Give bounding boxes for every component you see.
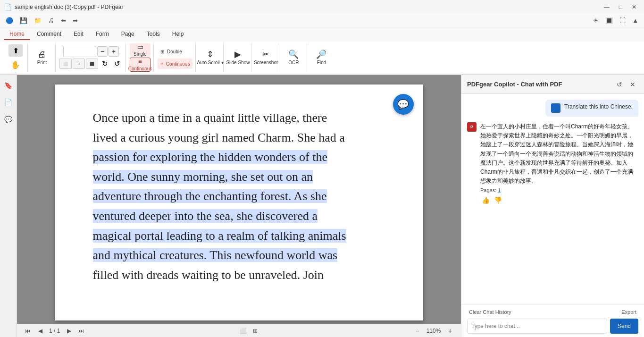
double-button[interactable]: ⊞ Double [158,46,185,57]
fit-page-button[interactable]: ⬜ [59,59,72,69]
pdf-line-3-highlight: passion for exploring the hidden wonders… [93,150,328,164]
layout-group: ▭ Single ≡ Continuous [127,43,154,72]
ocr-label: OCR [288,60,299,65]
ocr-button[interactable]: 🔍 OCR [283,44,304,71]
zoom-out-button[interactable]: − [97,46,108,57]
export-button[interactable]: Export [619,308,638,316]
pdf-line-6-highlight: ventured deeper into the sea, she discov… [93,209,318,223]
first-page-button[interactable]: ⏮ [23,326,33,336]
ai-response-text: 在一个宜人的小村庄里，住着一个叫Charm的好奇年轻女孩。她热爱于探索世界上隐藏… [480,122,638,185]
single-icon: ▭ [137,43,143,50]
rotate-ccw-button[interactable]: ↺ [111,58,123,69]
print-label: Print [37,60,47,65]
thumbs-up-button[interactable]: 👍 [480,195,491,205]
fit-width-nav-button[interactable]: ⊞ [250,326,260,336]
cursor-group: ⬆ ✋ [4,43,28,72]
slideshow-icon: ▶ [234,50,241,59]
pdf-line-7-highlight: magical portal leading to a realm of tal… [93,229,346,243]
chat-fab-button[interactable]: 💬 [393,94,414,115]
undo-button[interactable]: ⬅ [59,16,68,25]
pdf-line-8-highlight: and mythical creatures. This newfound wo… [93,248,338,262]
autoscroll-icon: ⇕ [207,50,214,59]
ocr-group: 🔍 OCR [280,43,307,72]
zoom-controls: − 110% + [412,326,455,336]
chat-footer: Clear Chat History Export Send [461,304,644,337]
logo-button[interactable]: 🔵 [4,16,15,25]
zoom-level-display: 110% [424,328,443,334]
next-page-button[interactable]: ▶ [64,326,74,336]
chat-ai-message: P 在一个宜人的小村庄里，住着一个叫Charm的好奇年轻女孩。她热爱于探索世界上… [467,122,638,205]
save-button[interactable]: 💾 [18,16,29,25]
fit-width-button[interactable]: ↔ [73,59,85,69]
chat-refresh-button[interactable]: ↺ [614,79,625,90]
fit-button[interactable]: 🔳 [603,16,615,25]
pdf-text-content[interactable]: Once upon a time in a quaint little vill… [93,108,385,285]
maximize-button[interactable]: □ [615,3,626,11]
fullscreen-button[interactable]: ⛶ [618,16,627,25]
find-button[interactable]: 🔎 Find [311,44,332,71]
pan-cursor-button[interactable]: ✋ [8,59,23,71]
double-label: Double [167,49,182,54]
ai-content: 在一个宜人的小村庄里，住着一个叫Charm的好奇年轻女孩。她热爱于探索世界上隐藏… [480,122,638,205]
sidebar-comments-button[interactable]: 💬 [2,113,15,126]
tab-home[interactable]: Home [4,29,30,40]
zoom-input[interactable]: 110% [63,46,96,57]
actual-size-button[interactable]: ⬛ [86,59,98,69]
sidebar-thumbnail-button[interactable]: 📄 [2,96,15,109]
redo-button[interactable]: ➡ [71,16,80,25]
send-button[interactable]: Send [610,319,638,334]
page-link[interactable]: 1 [498,187,501,193]
zoom-in-nav-button[interactable]: + [445,326,455,336]
chat-close-button[interactable]: ✕ [627,79,638,90]
slideshow-button[interactable]: ▶ Slide Show [227,44,248,71]
find-icon: 🔎 [316,50,326,59]
page-indicator: 1 / 1 [49,328,60,334]
find-label: Find [317,60,326,65]
print-icon: 🖨 [38,50,46,59]
pages-label: Pages: [480,187,496,193]
print-quick-button[interactable]: 🖨 [46,16,56,25]
menu-tabs: Home Comment Edit Form Page Tools Help [0,27,644,42]
zoom-group: 110% − + ⬜ ↔ ⬛ ↻ ↺ [57,43,126,72]
tab-tools[interactable]: Tools [141,29,166,40]
titlebar-left: 📄 sample english doc (3)-Copy.pdf - PDFg… [4,3,124,11]
single-page-button[interactable]: ▭ Single [130,43,151,57]
close-button[interactable]: ✕ [628,3,640,11]
collapse-button[interactable]: ▲ [630,16,640,25]
brightness-button[interactable]: ☀ [591,16,601,25]
tab-edit[interactable]: Edit [68,29,89,40]
navigation-controls: ⏮ ◀ 1 / 1 ▶ ⏭ [23,326,86,336]
pdf-viewer[interactable]: Once upon a time in a quaint little vill… [17,75,461,337]
fit-controls: ⬜ ⊞ [238,326,260,336]
zoom-out-nav-button[interactable]: − [412,326,422,336]
screenshot-button[interactable]: ✂ Screenshot [255,44,276,71]
autoscroll-button[interactable]: ⇕ Auto Scroll ▾ [200,44,220,71]
toolbar-container: 🔵 💾 📁 🖨 ⬅ ➡ ☀ 🔳 ⛶ ▲ Home Comment Edit Fo… [0,14,644,75]
rotate-cw-button[interactable]: ↻ [99,58,110,69]
print-button[interactable]: 🖨 Print [32,44,52,71]
chat-actions: Clear Chat History Export [467,308,638,316]
fit-page-nav-button[interactable]: ⬜ [238,326,248,336]
clear-chat-button[interactable]: Clear Chat History [467,308,513,316]
sidebar-bookmark-button[interactable]: 🔖 [2,79,15,92]
select-cursor-button[interactable]: ⬆ [8,44,23,57]
screenshot-group: ✂ Screenshot [252,43,279,72]
prev-page-button[interactable]: ◀ [35,326,45,336]
minimize-button[interactable]: — [600,3,613,11]
open-button[interactable]: 📁 [32,16,43,25]
continuous-button[interactable]: ≡ Continuous [130,58,151,72]
single-cont-button[interactable]: ≡ Continuous [158,59,192,69]
app-logo-icon: 📄 [4,3,12,11]
user-message-text: Translate this into Chinese: [564,103,633,110]
quick-access-toolbar: 🔵 💾 📁 🖨 ⬅ ➡ ☀ 🔳 ⛶ ▲ [0,14,644,27]
tab-page[interactable]: Page [116,29,140,40]
zoom-in-button[interactable]: + [109,46,119,57]
autoscroll-group: ⇕ Auto Scroll ▾ [197,43,224,72]
tab-comment[interactable]: Comment [31,29,67,40]
slideshow-group: ▶ Slide Show [225,43,251,72]
chat-input[interactable] [467,319,607,334]
thumbs-down-button[interactable]: 👎 [493,195,503,205]
last-page-button[interactable]: ⏭ [76,326,86,336]
tab-form[interactable]: Form [90,29,115,40]
tab-help[interactable]: Help [167,29,190,40]
